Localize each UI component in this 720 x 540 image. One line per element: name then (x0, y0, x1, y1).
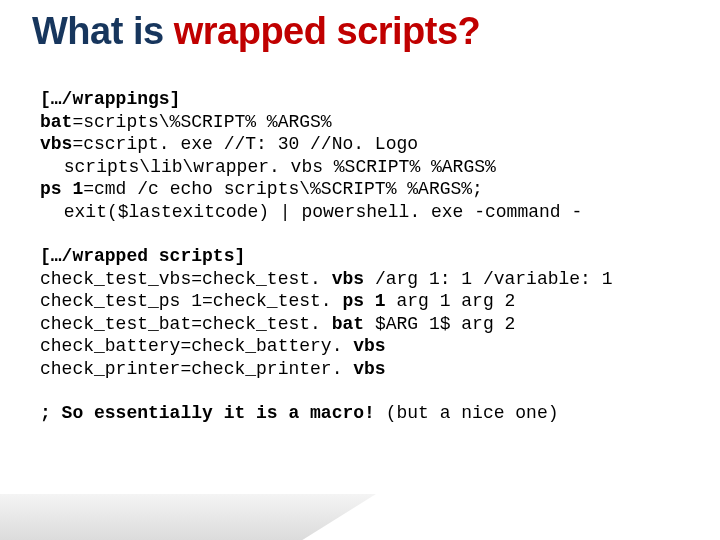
lhs: check_test_bat=check_test. (40, 314, 321, 334)
val-ps1-cont: exit($lastexitcode) | powershell. exe -c… (40, 201, 680, 224)
wrappings-line-ps1: ps 1=cmd /c echo scripts\%SCRIPT% %ARGS%… (40, 178, 680, 223)
wrapped-scripts-block: […/wrapped scripts] check_test_vbs=check… (40, 245, 680, 380)
title-prefix: What is (32, 10, 174, 52)
slide: What is wrapped scripts? […/wrappings] b… (0, 0, 720, 540)
key-vbs: vbs (40, 134, 72, 154)
ext-vbs: vbs (342, 359, 385, 379)
title-accent: wrapped scripts? (174, 10, 481, 52)
slide-title: What is wrapped scripts? (32, 10, 480, 53)
footer-aside: (but a nice one) (375, 403, 559, 423)
args: /arg 1: 1 /variable: 1 (364, 269, 612, 289)
wrappings-line-bat: bat=scripts\%SCRIPT% %ARGS% (40, 111, 680, 134)
val-vbs-cont: scripts\lib\wrapper. vbs %SCRIPT% %ARGS% (40, 156, 680, 179)
ext-vbs: vbs (342, 336, 385, 356)
footer-comment: ; So essentially it is a macro! (40, 403, 375, 423)
wrappings-line-vbs: vbs=cscript. exe //T: 30 //No. Logo scri… (40, 133, 680, 178)
ext-bat: bat (321, 314, 364, 334)
ext-ps1: ps 1 (332, 291, 386, 311)
ext-vbs: vbs (321, 269, 364, 289)
lhs: check_battery=check_battery. (40, 336, 342, 356)
decorative-wedge (0, 494, 376, 540)
wrapped-line-bat: check_test_bat=check_test. bat $ARG 1$ a… (40, 313, 680, 336)
val-vbs: =cscript. exe //T: 30 //No. Logo (72, 134, 418, 154)
wrappings-section-header: […/wrappings] (40, 88, 680, 111)
lhs: check_printer=check_printer. (40, 359, 342, 379)
wrapped-section-header: […/wrapped scripts] (40, 245, 680, 268)
wrapped-line-battery: check_battery=check_battery. vbs (40, 335, 680, 358)
val-bat: =scripts\%SCRIPT% %ARGS% (72, 112, 331, 132)
slide-body: […/wrappings] bat=scripts\%SCRIPT% %ARGS… (40, 88, 680, 425)
lhs: check_test_ps 1=check_test. (40, 291, 332, 311)
key-bat: bat (40, 112, 72, 132)
wrappings-block: […/wrappings] bat=scripts\%SCRIPT% %ARGS… (40, 88, 680, 223)
footer-line: ; So essentially it is a macro! (but a n… (40, 402, 680, 425)
val-ps1: =cmd /c echo scripts\%SCRIPT% %ARGS%; (83, 179, 483, 199)
args: $ARG 1$ arg 2 (364, 314, 515, 334)
lhs: check_test_vbs=check_test. (40, 269, 321, 289)
wrapped-line-ps1: check_test_ps 1=check_test. ps 1 arg 1 a… (40, 290, 680, 313)
key-ps1: ps 1 (40, 179, 83, 199)
wrapped-line-printer: check_printer=check_printer. vbs (40, 358, 680, 381)
args: arg 1 arg 2 (386, 291, 516, 311)
wrapped-line-vbs: check_test_vbs=check_test. vbs /arg 1: 1… (40, 268, 680, 291)
